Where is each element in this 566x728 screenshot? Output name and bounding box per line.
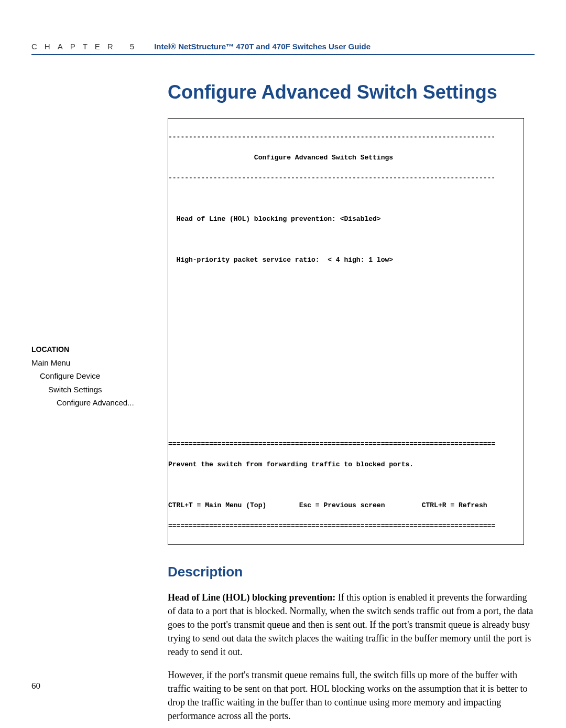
terminal-blank [168,316,524,327]
body-content: Head of Line (HOL) blocking prevention: … [168,591,535,729]
terminal-title: Configure Advanced Switch Settings [168,153,524,163]
terminal-footer-keys: CTRL+T = Main Menu (Top) Esc = Previous … [168,500,524,511]
terminal-hr-double: ========================================… [168,521,524,531]
location-sidebar: LOCATION Main Menu Configure Device Swit… [31,344,147,410]
terminal-blank [168,337,524,347]
terminal-hr: ----------------------------------------… [168,132,524,143]
breadcrumb-l1: Main Menu [31,356,147,370]
terminal-blank [168,234,524,245]
breadcrumb-l4: Configure Advanced... [31,396,147,410]
terminal-blank [168,194,524,204]
terminal-blank [168,296,524,306]
terminal-blank [168,419,524,429]
terminal-hol-setting: Head of Line (HOL) blocking prevention: … [168,214,524,224]
terminal-blank [168,378,524,388]
chapter-label: CHAPTER 5 [31,42,142,51]
section-heading: Description [168,564,535,580]
terminal-screenshot: ----------------------------------------… [168,118,524,545]
page-title: Configure Advanced Switch Settings [168,81,535,103]
page-header: CHAPTER 5 Intel® NetStructure™ 470T and … [31,42,535,55]
terminal-hr-double: ========================================… [168,439,524,449]
terminal-blank [168,398,524,409]
page-number: 60 [31,681,40,691]
terminal-blank [168,357,524,368]
breadcrumb-l2: Configure Device [31,369,147,383]
terminal-hr: ----------------------------------------… [168,173,524,184]
sidebar-header: LOCATION [31,344,147,356]
terminal-help-text: Prevent the switch from forwarding traff… [168,459,524,470]
terminal-blank [168,480,524,490]
hol-label: Head of Line (HOL) blocking prevention: [168,592,335,603]
terminal-blank [168,275,524,286]
breadcrumb-l3: Switch Settings [31,383,147,397]
paragraph-hol: Head of Line (HOL) blocking prevention: … [168,591,535,659]
guide-title: Intel® NetStructure™ 470T and 470F Switc… [154,42,371,51]
paragraph-hol-cont: However, if the port's transmit queue re… [168,668,535,723]
terminal-ratio-setting: High-priority packet service ratio: < 4 … [168,255,524,265]
